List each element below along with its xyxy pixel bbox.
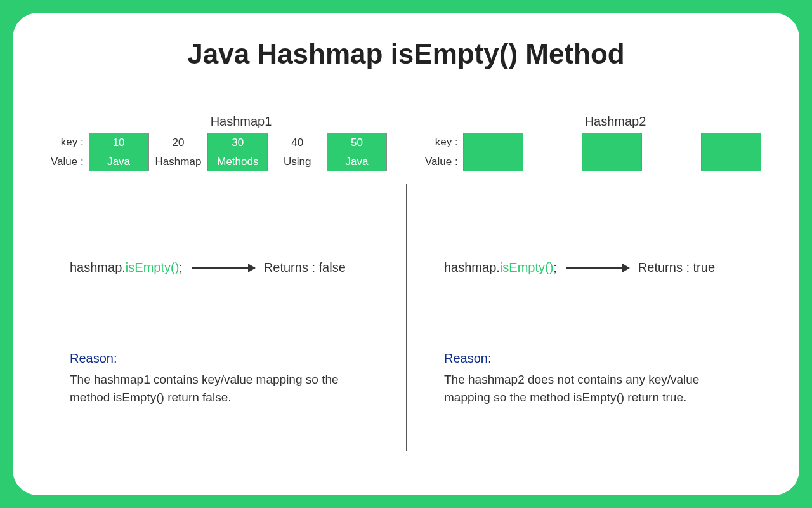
hashmap1-keys-row: 1020304050 [89,133,386,152]
right-reason-label: Reason: [444,351,749,366]
hashmap1-row-labels: key : Value : [51,133,89,171]
diagram-card: Java Hashmap isEmpty() Method Hashmap1 k… [13,13,799,495]
code-suffix: ; [179,260,183,274]
table-cell: Using [268,152,327,171]
value-label: Value : [51,152,84,171]
hashmap1-table-wrap: key : Value : 1020304050 JavaHashmapMeth… [51,133,387,171]
columns-container: Hashmap1 key : Value : 1020304050 JavaHa… [32,114,780,406]
table-cell [642,152,702,171]
table-cell: 40 [268,133,327,152]
hashmap2-title: Hashmap2 [425,114,761,129]
hashmap1-table: 1020304050 JavaHashmapMethodsUsingJava [89,133,387,171]
left-column: Hashmap1 key : Value : 1020304050 JavaHa… [32,114,406,406]
right-column: Hashmap2 key : Value : hashmap.isEmpty()… [406,114,780,406]
hashmap1-values-row: JavaHashmapMethodsUsingJava [89,152,386,171]
hashmap2-keys-row [463,133,761,152]
vertical-divider [406,184,407,451]
table-cell: Methods [208,152,268,171]
code-prefix: hashmap. [70,260,126,274]
table-cell [582,152,642,171]
table-cell [523,152,582,171]
hashmap1-title: Hashmap1 [51,114,387,129]
right-code-call: hashmap.isEmpty(); [444,260,557,275]
hashmap2-table [463,133,761,171]
table-cell [582,133,642,152]
table-cell [463,133,523,152]
hashmap2-values-row [463,152,761,171]
arrow-icon [192,267,255,269]
table-cell [702,133,761,152]
table-cell: 30 [208,133,268,152]
left-reason-label: Reason: [70,351,374,366]
table-cell [702,152,761,171]
left-code-call: hashmap.isEmpty(); [70,260,183,275]
table-cell: 20 [148,133,208,152]
table-cell [523,133,582,152]
code-prefix: hashmap. [444,260,500,274]
table-cell: 50 [327,133,387,152]
table-cell: 10 [89,133,148,152]
code-suffix: ; [553,260,557,274]
key-label: key : [51,133,84,152]
table-cell: Hashmap [148,152,208,171]
value-label: Value : [425,152,458,171]
hashmap2-row-labels: key : Value : [425,133,463,171]
table-cell: Java [89,152,148,171]
left-reason-block: Reason: The hashmap1 contains key/value … [51,351,387,406]
hashmap2-table-wrap: key : Value : [425,133,761,171]
right-reason-text: The hashmap2 does not contains any key/v… [444,371,749,406]
code-method: isEmpty() [126,260,179,274]
right-reason-block: Reason: The hashmap2 does not contains a… [425,351,761,406]
left-returns: Returns : false [264,260,346,275]
table-cell [463,152,523,171]
page-title: Java Hashmap isEmpty() Method [32,38,780,70]
table-cell: Java [327,152,387,171]
table-cell [642,133,702,152]
left-reason-text: The hashmap1 contains key/value mapping … [70,371,374,406]
code-method: isEmpty() [500,260,553,274]
arrow-icon [566,267,629,269]
right-code-line: hashmap.isEmpty(); Returns : true [425,260,761,275]
right-returns: Returns : true [638,260,715,275]
key-label: key : [425,133,458,152]
left-code-line: hashmap.isEmpty(); Returns : false [51,260,387,275]
